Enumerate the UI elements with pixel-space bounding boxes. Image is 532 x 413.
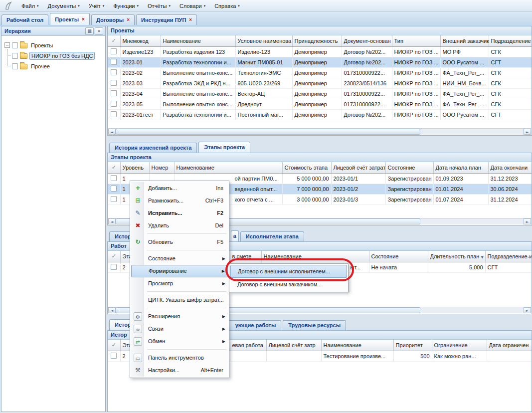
tab-project-history[interactable]: История изменений проекта bbox=[109, 143, 197, 153]
tree-item-projects[interactable]: − Проекты bbox=[3, 40, 103, 50]
column-header[interactable]: Длительность план ▼ bbox=[428, 251, 485, 262]
scroll-right-icon[interactable]: ► bbox=[524, 307, 531, 313]
row-checkbox[interactable] bbox=[111, 175, 117, 181]
column-header[interactable]: Дата окончани bbox=[488, 162, 532, 173]
select-all-header[interactable]: ✓ bbox=[108, 251, 120, 262]
row-checkbox[interactable] bbox=[111, 111, 117, 117]
column-header[interactable]: Документ-основан bbox=[342, 35, 392, 46]
row-checkbox[interactable] bbox=[111, 90, 117, 96]
row-checkbox[interactable] bbox=[111, 186, 117, 192]
tree-checkbox[interactable] bbox=[12, 63, 18, 69]
table-row[interactable]: 2023-03 Разработка ЭКД и РКД н... 905-U0… bbox=[108, 78, 532, 88]
column-header[interactable]: Подразделение bbox=[489, 35, 532, 46]
row-checkbox[interactable] bbox=[111, 101, 117, 107]
column-header[interactable]: Состояние bbox=[369, 251, 428, 262]
expander-icon[interactable]: − bbox=[4, 42, 10, 48]
table-row[interactable]: Изделие123 Разработка изделия 123 Издели… bbox=[108, 46, 532, 57]
menu-help[interactable]: Справка▾ bbox=[210, 1, 244, 10]
column-header[interactable]: Ограничение bbox=[432, 340, 487, 351]
menu-item-links[interactable]: ∞Связи▶ bbox=[131, 323, 228, 335]
column-header[interactable]: евая работа bbox=[230, 340, 266, 351]
menu-item-refresh[interactable]: ↻ОбновитьF5 bbox=[131, 236, 228, 248]
scroll-left-icon[interactable]: ◄ bbox=[108, 307, 116, 313]
column-header[interactable]: Уровень bbox=[120, 162, 149, 173]
row-checkbox[interactable] bbox=[111, 80, 117, 86]
column-header[interactable]: Лицевой счёт затр bbox=[266, 340, 321, 351]
tree-item-niokr[interactable]: НИОКР по ГОЗ без НДС bbox=[11, 50, 103, 61]
tab-desktop[interactable]: Рабочий стол bbox=[1, 14, 48, 25]
column-header[interactable]: Тип bbox=[392, 35, 440, 46]
tree-item-other[interactable]: Прочее bbox=[11, 61, 103, 71]
tab-project-stages[interactable]: Этапы проекта bbox=[198, 142, 250, 153]
scroll-right-icon[interactable]: ► bbox=[524, 218, 531, 224]
table-row[interactable]: 2023-04 Выполнение опытно-конс... Вектор… bbox=[108, 88, 532, 99]
menu-item-add[interactable]: +Добавить...Ins bbox=[131, 182, 228, 195]
column-header[interactable]: Мнемокод bbox=[120, 35, 161, 46]
row-checkbox[interactable] bbox=[111, 264, 117, 270]
tab-instructions[interactable]: Инструкции ПУП× bbox=[136, 14, 197, 25]
tab-labor-resources[interactable]: Трудовые ресурсы bbox=[283, 320, 346, 330]
table-row[interactable]: 2023-01тест Разработка технологии и... П… bbox=[108, 109, 532, 120]
column-header[interactable]: Наименование bbox=[261, 251, 369, 262]
column-header[interactable]: Подразделение-испо bbox=[485, 251, 532, 262]
scroll-left-icon[interactable]: ◄ bbox=[108, 218, 116, 224]
column-header[interactable]: в смете bbox=[230, 251, 261, 262]
column-header[interactable]: Наименование bbox=[174, 162, 282, 173]
column-header[interactable]: Условное наименова bbox=[235, 35, 292, 46]
menu-item-state[interactable]: Состояние▶ bbox=[131, 252, 228, 265]
tab-stage-works[interactable]: а bbox=[231, 230, 239, 241]
horizontal-scrollbar[interactable]: ◄ ► bbox=[108, 128, 531, 135]
menu-item-duplicate[interactable]: ⊞Размножить...Ctrl+F3 bbox=[131, 195, 228, 207]
column-header[interactable]: Лицевой счёт затрат. bbox=[331, 162, 385, 173]
column-header[interactable]: Наименование bbox=[321, 340, 393, 351]
table-row[interactable]: 2023-02 Выполнение опытно-конс... Технол… bbox=[108, 67, 532, 78]
collapse-panel-icon[interactable]: « bbox=[95, 27, 103, 35]
menu-item-delete[interactable]: ✖УдалитьDel bbox=[131, 219, 228, 232]
row-checkbox[interactable] bbox=[111, 196, 117, 202]
scroll-right-icon[interactable]: ► bbox=[524, 129, 531, 135]
column-header[interactable]: Наименование bbox=[161, 35, 235, 46]
close-icon[interactable]: × bbox=[189, 17, 192, 22]
tab-projects[interactable]: Проекты× bbox=[50, 13, 90, 25]
menu-item-view[interactable]: Просмотр▶ bbox=[131, 277, 228, 290]
menu-dictionaries[interactable]: Словари▾ bbox=[175, 1, 210, 10]
menu-documents[interactable]: Документы▾ bbox=[43, 1, 84, 10]
close-icon[interactable]: × bbox=[82, 17, 85, 22]
menu-item-formation[interactable]: Формирование▶ bbox=[131, 265, 228, 277]
tab-stage-executors[interactable]: Исполнители этапа bbox=[240, 231, 304, 241]
scrollbar-thumb[interactable] bbox=[116, 129, 420, 135]
row-checkbox[interactable] bbox=[111, 48, 117, 54]
column-header[interactable]: Состояние bbox=[385, 162, 433, 173]
row-checkbox[interactable] bbox=[111, 353, 117, 359]
submenu-item-external-executor-contract[interactable]: Договор с внешним исполнителем... bbox=[230, 265, 347, 278]
column-header[interactable]: Принадлежность bbox=[292, 35, 342, 46]
grid-icon[interactable]: ▦ bbox=[85, 27, 94, 35]
menu-item-citk[interactable]: ЦИТК. Указать шифр затрат... bbox=[131, 294, 228, 306]
menu-functions[interactable]: Функции▾ bbox=[109, 1, 143, 10]
table-row[interactable]: 2023-01 Разработка технологии и... Магни… bbox=[108, 57, 532, 67]
menu-item-settings[interactable]: ⚒Настройки...Alt+Enter bbox=[131, 364, 228, 377]
menu-item-exchange[interactable]: ⇄Обмен▶ bbox=[131, 335, 228, 348]
menu-item-toolbar[interactable]: ▭Панель инструментов bbox=[131, 352, 228, 364]
column-header[interactable]: Приоритет bbox=[393, 340, 432, 351]
row-checkbox[interactable] bbox=[111, 59, 117, 65]
column-header[interactable]: Дата начала план bbox=[433, 162, 488, 173]
close-icon[interactable]: × bbox=[127, 17, 130, 22]
column-header[interactable]: Внешний заказчик bbox=[440, 35, 489, 46]
column-header[interactable]: Дата ограничен bbox=[487, 340, 532, 351]
scroll-left-icon[interactable]: ◄ bbox=[108, 129, 116, 135]
select-all-header[interactable]: ✓ bbox=[108, 162, 120, 173]
menu-reports[interactable]: Отчёты▾ bbox=[143, 1, 175, 10]
tab-contracts[interactable]: Договоры× bbox=[91, 14, 135, 25]
submenu-item-external-customer-contract[interactable]: Договор с внешним заказчиком... bbox=[230, 278, 347, 291]
table-row[interactable]: 2023-05 Выполнение опытно-конс... Дредно… bbox=[108, 99, 532, 109]
menu-item-edit[interactable]: ✎Исправить...F2 bbox=[131, 207, 228, 219]
menu-item-extensions[interactable]: ⚙Расширения▶ bbox=[131, 310, 228, 323]
column-header[interactable]: Номер bbox=[149, 162, 174, 173]
tree-checkbox[interactable] bbox=[12, 42, 18, 48]
menu-file[interactable]: Файл▾ bbox=[17, 1, 43, 10]
select-all-header[interactable]: ✓ bbox=[108, 35, 120, 46]
row-checkbox[interactable] bbox=[111, 69, 117, 75]
select-all-header[interactable]: ✓ bbox=[108, 340, 120, 351]
tree-checkbox[interactable] bbox=[12, 53, 18, 59]
